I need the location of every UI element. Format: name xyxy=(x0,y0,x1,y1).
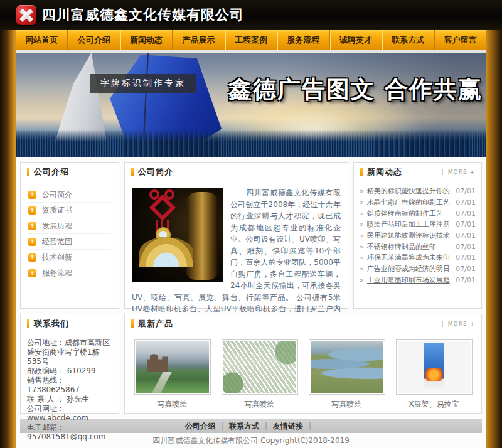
product-photo-frame xyxy=(309,339,385,395)
sidebar-item-innovation[interactable]: ↑ 技术创新 xyxy=(28,250,111,265)
nav-item-contact[interactable]: 联系方式 xyxy=(382,30,434,50)
contact-postcode: 邮政编码： 610299 xyxy=(27,366,112,376)
news-date: 07/01 xyxy=(456,243,476,251)
castle-photo xyxy=(136,341,209,393)
news-date: 07/01 xyxy=(456,220,476,228)
hero-banner: 字牌标识制作专家 鑫德广告图文 合作共赢 xyxy=(16,53,486,157)
news-item[interactable]: » 广告业能否成为经济的明日 07/01 xyxy=(360,264,476,275)
up-arrow-icon: ↑ xyxy=(28,253,36,262)
double-angle-bullet-icon: » xyxy=(360,276,364,284)
news-item[interactable]: » 民用建筑能效测评标识技术 07/01 xyxy=(360,230,476,242)
chinese-knot-photo xyxy=(132,188,223,282)
sidebar-menu: ↑ 公司简介 ↑ 资质证书 ↑ 发展历程 ↑ 经营范围 xyxy=(21,181,119,281)
product-caption: 写真喷绘 xyxy=(332,399,362,410)
footer-link-contact[interactable]: 联系方式 xyxy=(229,421,259,432)
panel-header: 公司介绍 xyxy=(21,163,119,181)
news-item[interactable]: » 工业用喷墨印刷市场发展趋 07/01 xyxy=(360,275,476,286)
nav-item-jobs[interactable]: 诚聘英才 xyxy=(329,30,382,50)
panel-header: 新闻动态 MORE + xyxy=(354,163,481,181)
double-angle-bullet-icon: » xyxy=(360,232,364,240)
product-caption: 写真喷绘 xyxy=(158,399,188,410)
site-header: 四川富威德鑫文化传媒有限公司 xyxy=(0,0,502,30)
product-caption: X展架、易拉宝 xyxy=(409,399,459,410)
news-date: 07/01 xyxy=(456,232,476,240)
latest-products-panel: 最新产品 MORE + 写真喷绘 写真喷绘 xyxy=(124,314,482,414)
company-intro-panel: 公司介绍 ↑ 公司简介 ↑ 资质证书 ↑ 发展历程 xyxy=(20,162,119,309)
footer-separator: | xyxy=(221,422,223,430)
footer-link-about[interactable]: 公司介绍 xyxy=(185,421,215,432)
product-card[interactable]: X展架、易拉宝 xyxy=(390,339,478,410)
contact-email-label: 电子邮箱： xyxy=(27,423,112,432)
panel-header: 联系我们 xyxy=(21,314,119,333)
product-card[interactable]: 写真喷绘 xyxy=(216,339,303,410)
panel-title: 最新产品 xyxy=(138,318,173,329)
contact-panel: 联系我们 公司地址：成都市高新区盛安街商业写字楼1栋535号 邮政编码： 610… xyxy=(20,314,119,414)
nav-item-service-process[interactable]: 服务流程 xyxy=(277,30,329,50)
product-photo-frame xyxy=(134,339,211,395)
site-title: 四川富威德鑫文化传媒有限公司 xyxy=(42,6,244,24)
sidebar-item-scope[interactable]: ↑ 经营范围 xyxy=(28,234,111,250)
nav-item-products[interactable]: 产品展示 xyxy=(172,30,224,50)
news-more-link[interactable]: MORE + xyxy=(442,169,475,175)
double-angle-bullet-icon: » xyxy=(360,243,364,251)
double-angle-bullet-icon: » xyxy=(360,253,364,262)
up-arrow-icon: ↑ xyxy=(28,206,36,215)
footer-link-friendlinks[interactable]: 友情链接 xyxy=(273,421,303,432)
double-angle-bullet-icon: » xyxy=(360,210,364,218)
sidebar-item-certificates[interactable]: ↑ 资质证书 xyxy=(28,203,111,218)
company-profile-panel: 公司简介 四川富威德鑫文化传媒有限公司创立于2008年，经过十余年的行业深耕与人… xyxy=(124,162,348,309)
panel-header: 最新产品 MORE + xyxy=(125,314,481,333)
sidebar-item-service-process[interactable]: ↑ 服务流程 xyxy=(28,265,111,281)
panel-title: 公司介绍 xyxy=(34,166,69,178)
footer-separator: | xyxy=(265,422,267,430)
double-angle-bullet-icon: » xyxy=(360,198,364,206)
news-item[interactable]: » 铝质铭牌商标的制作工艺 07/01 xyxy=(360,208,476,219)
panel-title: 联系我们 xyxy=(34,318,69,329)
sidebar-item-history[interactable]: ↑ 发展历程 xyxy=(28,218,111,234)
double-angle-bullet-icon: » xyxy=(360,220,364,228)
up-arrow-icon: ↑ xyxy=(28,191,36,199)
product-card[interactable]: 写真喷绘 xyxy=(303,339,390,410)
news-item[interactable]: » 喷绘产品印后加工工序注意 07/01 xyxy=(360,219,476,230)
product-photo-frame xyxy=(396,339,473,395)
product-caption: 写真喷绘 xyxy=(245,399,275,410)
banner-tagline: 字牌标识制作专家 xyxy=(90,74,196,93)
content-wrapper: 公司介绍 ↑ 公司简介 ↑ 资质证书 ↑ 发展历程 xyxy=(16,157,486,448)
news-item[interactable]: » 环保无苯油墨将成为未来印 07/01 xyxy=(360,252,476,264)
news-item[interactable]: » 水晶七彩广告牌的印刷工艺 07/01 xyxy=(360,197,476,208)
banner-headline: 鑫德广告图文 合作共赢 xyxy=(228,74,483,105)
panel-title: 公司简介 xyxy=(138,166,173,178)
main-nav: 网站首页 公司介绍 新闻动态 产品展示 工程案例 服务流程 诚聘英才 联系方式 … xyxy=(16,30,486,50)
nav-item-home[interactable]: 网站首页 xyxy=(16,30,67,50)
panel-title: 新闻动态 xyxy=(367,166,402,178)
news-list: » 精美的标识能快速提升你的 07/01 » 水晶七彩广告牌的印刷工艺 07/0… xyxy=(354,181,481,285)
product-list: 写真喷绘 写真喷绘 写真喷绘 xyxy=(125,333,481,410)
contact-hotline: 销售热线： 17380625867 xyxy=(27,376,112,395)
contact-email: 957081581@qq.com xyxy=(27,432,112,442)
news-date: 07/01 xyxy=(456,187,476,195)
nav-item-about[interactable]: 公司介绍 xyxy=(67,30,119,50)
contact-address: 公司地址：成都市高新区盛安街商业写字楼1栋535号 xyxy=(27,338,112,366)
fan-pendant-shape xyxy=(139,237,193,267)
double-angle-bullet-icon: » xyxy=(360,187,364,195)
nav-item-cases[interactable]: 工程案例 xyxy=(225,30,277,50)
gold-accent-bar xyxy=(27,168,29,176)
sidebar-item-profile[interactable]: ↑ 公司简介 xyxy=(28,187,111,203)
product-card[interactable]: 写真喷绘 xyxy=(129,339,216,410)
news-date: 07/01 xyxy=(456,198,476,206)
xbanner-poster-photo xyxy=(398,341,471,393)
news-date: 07/01 xyxy=(456,210,476,218)
panel-header: 公司简介 xyxy=(125,163,348,181)
news-panel: 新闻动态 MORE + » 精美的标识能快速提升你的 07/01 » 水晶七彩广… xyxy=(353,162,482,309)
news-date: 07/01 xyxy=(456,253,476,262)
products-more-link[interactable]: MORE + xyxy=(442,321,475,327)
gold-accent-bar xyxy=(131,319,134,328)
nav-item-news[interactable]: 新闻动态 xyxy=(120,30,172,50)
x-blades-logo-icon xyxy=(16,5,36,25)
contact-person: 联 系 人 ： 孙先生 xyxy=(27,395,112,404)
news-item[interactable]: » 精美的标识能快速提升你的 07/01 xyxy=(360,186,476,197)
gold-accent-bar xyxy=(27,319,29,328)
nav-item-feedback[interactable]: 客户留言 xyxy=(434,30,486,50)
news-item[interactable]: » 不锈钢标牌制品的丝印 07/01 xyxy=(360,241,476,252)
page-background: 网站首页 公司介绍 新闻动态 产品展示 工程案例 服务流程 诚聘英才 联系方式 … xyxy=(0,30,502,448)
